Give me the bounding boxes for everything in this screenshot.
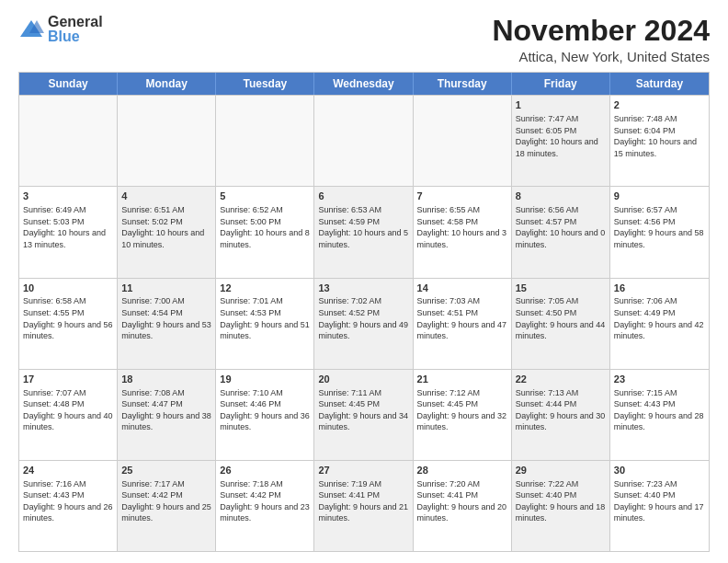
cell-details: Sunrise: 6:51 AMSunset: 5:02 PMDaylight:…	[121, 204, 211, 250]
calendar-cell: 29Sunrise: 7:22 AMSunset: 4:40 PMDayligh…	[512, 461, 610, 551]
day-number: 23	[614, 373, 705, 386]
day-number: 19	[220, 373, 310, 386]
day-number: 5	[220, 190, 310, 203]
calendar-cell: 30Sunrise: 7:23 AMSunset: 4:40 PMDayligh…	[610, 461, 709, 551]
day-number: 29	[516, 464, 606, 477]
cell-details: Sunrise: 6:58 AMSunset: 4:55 PMDaylight:…	[23, 295, 113, 341]
day-number: 14	[417, 282, 507, 295]
day-number: 4	[121, 190, 211, 203]
calendar-header: SundayMondayTuesdayWednesdayThursdayFrid…	[19, 73, 709, 95]
calendar-row: 3Sunrise: 6:49 AMSunset: 5:03 PMDaylight…	[19, 186, 709, 277]
day-number: 21	[417, 373, 507, 386]
day-number: 20	[318, 373, 408, 386]
calendar-cell: 5Sunrise: 6:52 AMSunset: 5:00 PMDaylight…	[216, 187, 314, 277]
day-number: 25	[121, 464, 211, 477]
title-block: November 2024 Attica, New York, United S…	[492, 15, 710, 64]
calendar-cell	[216, 96, 314, 186]
day-number: 8	[516, 190, 606, 203]
day-number: 10	[23, 282, 113, 295]
calendar-cell	[19, 96, 118, 186]
day-number: 27	[318, 464, 408, 477]
calendar-header-cell: Monday	[118, 73, 216, 95]
calendar-cell: 28Sunrise: 7:20 AMSunset: 4:41 PMDayligh…	[414, 461, 512, 551]
calendar-cell: 3Sunrise: 6:49 AMSunset: 5:03 PMDaylight…	[19, 187, 118, 277]
calendar-cell: 8Sunrise: 6:56 AMSunset: 4:57 PMDaylight…	[512, 187, 610, 277]
cell-details: Sunrise: 7:00 AMSunset: 4:54 PMDaylight:…	[121, 295, 211, 341]
day-number: 12	[220, 282, 310, 295]
calendar-row: 10Sunrise: 6:58 AMSunset: 4:55 PMDayligh…	[19, 278, 709, 369]
subtitle: Attica, New York, United States	[492, 49, 710, 64]
cell-details: Sunrise: 7:03 AMSunset: 4:51 PMDaylight:…	[417, 295, 507, 341]
calendar-header-cell: Tuesday	[216, 73, 314, 95]
day-number: 15	[516, 282, 606, 295]
day-number: 6	[318, 190, 408, 203]
calendar-cell: 26Sunrise: 7:18 AMSunset: 4:42 PMDayligh…	[216, 461, 314, 551]
cell-details: Sunrise: 6:49 AMSunset: 5:03 PMDaylight:…	[23, 204, 113, 250]
day-number: 30	[614, 464, 705, 477]
calendar-cell	[118, 96, 216, 186]
cell-details: Sunrise: 7:01 AMSunset: 4:53 PMDaylight:…	[220, 295, 310, 341]
main-title: November 2024	[492, 15, 710, 47]
cell-details: Sunrise: 7:16 AMSunset: 4:43 PMDaylight:…	[23, 478, 113, 524]
cell-details: Sunrise: 7:18 AMSunset: 4:42 PMDaylight:…	[220, 478, 310, 524]
cell-details: Sunrise: 7:23 AMSunset: 4:40 PMDaylight:…	[614, 478, 705, 524]
day-number: 3	[23, 190, 113, 203]
calendar-cell: 6Sunrise: 6:53 AMSunset: 4:59 PMDaylight…	[314, 187, 413, 277]
calendar-row: 24Sunrise: 7:16 AMSunset: 4:43 PMDayligh…	[19, 460, 709, 551]
calendar-cell: 17Sunrise: 7:07 AMSunset: 4:48 PMDayligh…	[19, 370, 118, 460]
cell-details: Sunrise: 7:11 AMSunset: 4:45 PMDaylight:…	[318, 387, 408, 433]
logo-general: General	[48, 15, 103, 29]
calendar-header-cell: Friday	[512, 73, 610, 95]
logo: General Blue	[18, 15, 103, 44]
day-number: 2	[614, 98, 705, 112]
cell-details: Sunrise: 7:06 AMSunset: 4:49 PMDaylight:…	[614, 295, 705, 341]
cell-details: Sunrise: 7:07 AMSunset: 4:48 PMDaylight:…	[23, 387, 113, 433]
day-number: 13	[318, 282, 408, 295]
day-number: 11	[121, 282, 211, 295]
header: General Blue November 2024 Attica, New Y…	[18, 15, 710, 64]
calendar-cell: 18Sunrise: 7:08 AMSunset: 4:47 PMDayligh…	[118, 370, 216, 460]
calendar-cell: 27Sunrise: 7:19 AMSunset: 4:41 PMDayligh…	[314, 461, 413, 551]
calendar-body: 1Sunrise: 7:47 AMSunset: 6:05 PMDaylight…	[19, 95, 709, 551]
cell-details: Sunrise: 7:48 AMSunset: 6:04 PMDaylight:…	[614, 113, 705, 159]
cell-details: Sunrise: 7:20 AMSunset: 4:41 PMDaylight:…	[417, 478, 507, 524]
calendar-cell: 24Sunrise: 7:16 AMSunset: 4:43 PMDayligh…	[19, 461, 118, 551]
calendar-row: 17Sunrise: 7:07 AMSunset: 4:48 PMDayligh…	[19, 369, 709, 460]
cell-details: Sunrise: 7:10 AMSunset: 4:46 PMDaylight:…	[220, 387, 310, 433]
day-number: 7	[417, 190, 507, 203]
calendar-header-cell: Wednesday	[314, 73, 413, 95]
day-number: 28	[417, 464, 507, 477]
calendar-cell: 7Sunrise: 6:55 AMSunset: 4:58 PMDaylight…	[414, 187, 512, 277]
cell-details: Sunrise: 7:15 AMSunset: 4:43 PMDaylight:…	[614, 387, 705, 433]
cell-details: Sunrise: 6:56 AMSunset: 4:57 PMDaylight:…	[516, 204, 606, 250]
cell-details: Sunrise: 7:02 AMSunset: 4:52 PMDaylight:…	[318, 295, 408, 341]
calendar-cell: 1Sunrise: 7:47 AMSunset: 6:05 PMDaylight…	[512, 96, 610, 186]
cell-details: Sunrise: 7:13 AMSunset: 4:44 PMDaylight:…	[516, 387, 606, 433]
calendar-header-cell: Sunday	[19, 73, 118, 95]
cell-details: Sunrise: 7:17 AMSunset: 4:42 PMDaylight:…	[121, 478, 211, 524]
calendar-cell: 21Sunrise: 7:12 AMSunset: 4:45 PMDayligh…	[414, 370, 512, 460]
cell-details: Sunrise: 6:53 AMSunset: 4:59 PMDaylight:…	[318, 204, 408, 250]
day-number: 16	[614, 282, 705, 295]
day-number: 9	[614, 190, 705, 203]
calendar-cell: 15Sunrise: 7:05 AMSunset: 4:50 PMDayligh…	[512, 279, 610, 369]
calendar-cell	[314, 96, 413, 186]
day-number: 22	[516, 373, 606, 386]
logo-blue-text: Blue	[48, 29, 103, 44]
page: General Blue November 2024 Attica, New Y…	[0, 0, 728, 563]
cell-details: Sunrise: 7:08 AMSunset: 4:47 PMDaylight:…	[121, 387, 211, 433]
day-number: 18	[121, 373, 211, 386]
cell-details: Sunrise: 7:05 AMSunset: 4:50 PMDaylight:…	[516, 295, 606, 341]
cell-details: Sunrise: 6:55 AMSunset: 4:58 PMDaylight:…	[417, 204, 507, 250]
calendar: SundayMondayTuesdayWednesdayThursdayFrid…	[18, 72, 710, 552]
calendar-header-cell: Saturday	[610, 73, 709, 95]
cell-details: Sunrise: 6:52 AMSunset: 5:00 PMDaylight:…	[220, 204, 310, 250]
calendar-cell: 23Sunrise: 7:15 AMSunset: 4:43 PMDayligh…	[610, 370, 709, 460]
cell-details: Sunrise: 7:22 AMSunset: 4:40 PMDaylight:…	[516, 478, 606, 524]
calendar-cell: 20Sunrise: 7:11 AMSunset: 4:45 PMDayligh…	[314, 370, 413, 460]
logo-text: General Blue	[48, 15, 103, 44]
cell-details: Sunrise: 6:57 AMSunset: 4:56 PMDaylight:…	[614, 204, 705, 250]
calendar-header-cell: Thursday	[414, 73, 512, 95]
calendar-cell: 2Sunrise: 7:48 AMSunset: 6:04 PMDaylight…	[610, 96, 709, 186]
calendar-cell: 14Sunrise: 7:03 AMSunset: 4:51 PMDayligh…	[414, 279, 512, 369]
